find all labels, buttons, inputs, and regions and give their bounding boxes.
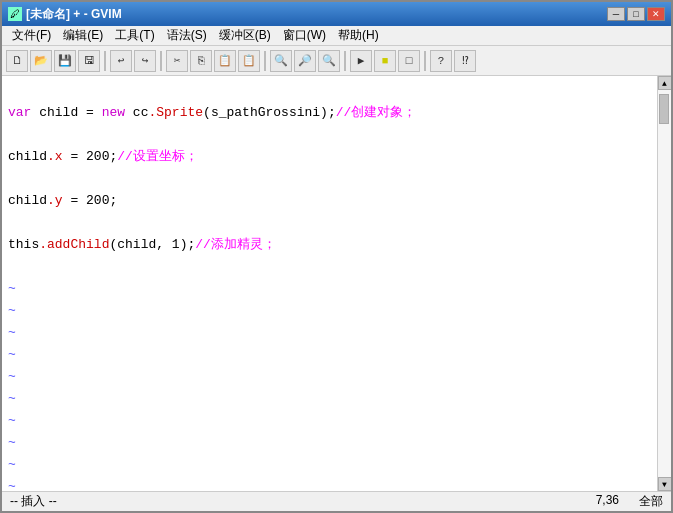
scroll-thumb[interactable]	[659, 94, 669, 124]
editor-content[interactable]: var child = new cc.Sprite(s_pathGrossini…	[2, 76, 657, 491]
menu-tools[interactable]: 工具(T)	[109, 25, 160, 46]
maximize-button[interactable]: □	[627, 7, 645, 21]
save-as-button[interactable]: 🖫	[78, 50, 100, 72]
menu-file[interactable]: 文件(F)	[6, 25, 57, 46]
code-line-4: this.addChild(child, 1);//添加精灵；	[8, 237, 276, 252]
run-button[interactable]: ▶	[350, 50, 372, 72]
blank-line-3	[8, 215, 16, 230]
find-button[interactable]: 🔍	[270, 50, 292, 72]
toolbar: 🗋 📂 💾 🖫 ↩ ↪ ✂ ⎘ 📋 📋 🔍 🔎 🔍 ▶ ■ □ ? ⁉	[2, 46, 671, 76]
title-bar-left: 🖊 [未命名] + - GVIM	[8, 6, 122, 23]
code-line-1: var child = new cc.Sprite(s_pathGrossini…	[8, 105, 416, 120]
help-button[interactable]: ?	[430, 50, 452, 72]
open-file-button[interactable]: 📂	[30, 50, 52, 72]
vertical-scrollbar[interactable]: ▲ ▼	[657, 76, 671, 491]
copy-button[interactable]: ⎘	[190, 50, 212, 72]
menu-window[interactable]: 窗口(W)	[277, 25, 332, 46]
editor-mode: -- 插入 --	[10, 493, 57, 510]
menu-bar: 文件(F) 编辑(E) 工具(T) 语法(S) 缓冲区(B) 窗口(W) 帮助(…	[2, 26, 671, 46]
blank-line-2	[8, 171, 16, 186]
menu-help[interactable]: 帮助(H)	[332, 25, 385, 46]
about-button[interactable]: ⁉	[454, 50, 476, 72]
scroll-down-arrow[interactable]: ▼	[658, 477, 672, 491]
cursor-position: 7,36	[596, 493, 619, 510]
scroll-track[interactable]	[658, 90, 671, 477]
cut-button[interactable]: ✂	[166, 50, 188, 72]
menu-edit[interactable]: 编辑(E)	[57, 25, 109, 46]
save-file-button[interactable]: 💾	[54, 50, 76, 72]
code-line-3: child.y = 200;	[8, 193, 117, 208]
toolbar-sep-2	[160, 51, 162, 71]
find-all-button[interactable]: 🔍	[318, 50, 340, 72]
find-replace-button[interactable]: 🔎	[294, 50, 316, 72]
paste-button[interactable]: 📋	[214, 50, 236, 72]
title-bar: 🖊 [未命名] + - GVIM ─ □ ✕	[2, 2, 671, 26]
toolbar-sep-3	[264, 51, 266, 71]
tool-box[interactable]: □	[398, 50, 420, 72]
gvim-window: 🖊 [未命名] + - GVIM ─ □ ✕ 文件(F) 编辑(E) 工具(T)…	[0, 0, 673, 513]
minimize-button[interactable]: ─	[607, 7, 625, 21]
title-controls: ─ □ ✕	[607, 7, 665, 21]
window-title: [未命名] + - GVIM	[26, 6, 122, 23]
close-button[interactable]: ✕	[647, 7, 665, 21]
menu-buffer[interactable]: 缓冲区(B)	[213, 25, 277, 46]
view-position: 全部	[639, 493, 663, 510]
paste-no-format-button[interactable]: 📋	[238, 50, 260, 72]
blank-line-1	[8, 127, 16, 142]
tilde-block: ~ ~ ~ ~ ~ ~ ~ ~ ~ ~ ~ ~ ~ ~ ~ ~ ~ ~ ~ ~ …	[8, 281, 16, 491]
status-right: 7,36 全部	[596, 493, 663, 510]
tool-yellow[interactable]: ■	[374, 50, 396, 72]
scroll-up-arrow[interactable]: ▲	[658, 76, 672, 90]
app-icon: 🖊	[8, 7, 22, 21]
toolbar-sep-1	[104, 51, 106, 71]
redo-button[interactable]: ↪	[134, 50, 156, 72]
editor-container: var child = new cc.Sprite(s_pathGrossini…	[2, 76, 671, 491]
code-line-2: child.x = 200;//设置坐标；	[8, 149, 198, 164]
menu-syntax[interactable]: 语法(S)	[161, 25, 213, 46]
toolbar-sep-4	[344, 51, 346, 71]
status-bar: -- 插入 -- 7,36 全部	[2, 491, 671, 511]
new-file-button[interactable]: 🗋	[6, 50, 28, 72]
undo-button[interactable]: ↩	[110, 50, 132, 72]
editor-main[interactable]: var child = new cc.Sprite(s_pathGrossini…	[2, 76, 657, 491]
toolbar-sep-5	[424, 51, 426, 71]
